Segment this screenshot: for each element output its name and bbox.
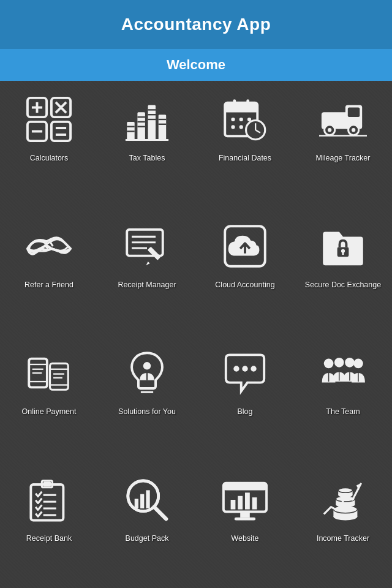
- grid-item-tax-tables[interactable]: Tax Tables: [98, 81, 196, 208]
- solutions-for-you-icon: [119, 345, 175, 401]
- cloud-accounting-icon: [217, 219, 273, 274]
- app-title: Accountancy App: [121, 15, 271, 34]
- grid-item-blog[interactable]: Blog: [196, 334, 294, 461]
- grid-item-budget-pack[interactable]: Budget Pack: [98, 461, 196, 588]
- mileage-tracker-label: Mileage Tracker: [316, 153, 371, 163]
- financial-dates-icon: [217, 92, 273, 147]
- mileage-tracker-icon: [315, 92, 371, 147]
- tax-tables-icon: [119, 92, 175, 147]
- svg-rect-95: [140, 494, 144, 508]
- svg-rect-66: [50, 363, 69, 390]
- svg-rect-94: [135, 499, 138, 508]
- budget-pack-icon: [119, 472, 175, 527]
- svg-line-49: [50, 241, 53, 246]
- blog-label: Blog: [237, 407, 252, 417]
- svg-point-30: [239, 118, 243, 121]
- svg-rect-14: [159, 115, 166, 140]
- svg-rect-54: [148, 247, 161, 260]
- welcome-label: Welcome: [167, 57, 225, 73]
- svg-point-29: [231, 118, 235, 121]
- svg-rect-88: [43, 481, 51, 486]
- svg-rect-3: [51, 122, 70, 141]
- grid-item-website[interactable]: Website: [196, 461, 294, 588]
- svg-rect-39: [246, 99, 249, 107]
- svg-rect-28: [225, 109, 257, 112]
- grid-item-secure-doc-exchange[interactable]: Secure Doc Exchange: [294, 208, 392, 334]
- svg-point-44: [328, 128, 331, 132]
- svg-marker-55: [146, 262, 149, 265]
- svg-point-46: [352, 128, 355, 132]
- svg-point-75: [233, 366, 239, 371]
- refer-friend-icon: [21, 219, 77, 274]
- tax-tables-label: Tax Tables: [129, 153, 165, 163]
- grid-item-refer-friend[interactable]: Refer a Friend: [0, 208, 98, 334]
- svg-point-32: [231, 125, 235, 129]
- receipt-bank-label: Receipt Bank: [26, 533, 72, 543]
- grid-item-cloud-accounting[interactable]: Cloud Accounting: [196, 208, 294, 334]
- website-icon: [217, 472, 273, 527]
- receipt-manager-icon: [119, 219, 175, 274]
- income-tracker-icon: [315, 472, 371, 527]
- grid-item-calculators[interactable]: Calculators: [0, 81, 98, 208]
- secure-doc-exchange-icon: [315, 219, 371, 274]
- website-label: Website: [232, 533, 259, 543]
- receipt-bank-icon: [21, 472, 77, 527]
- solutions-for-you-label: Solutions for You: [118, 407, 176, 417]
- svg-rect-106: [252, 497, 257, 510]
- main-grid: Calculators: [0, 81, 392, 588]
- grid-item-financial-dates[interactable]: Financial Dates: [196, 81, 294, 208]
- svg-rect-60: [342, 252, 344, 255]
- svg-rect-42: [348, 108, 360, 118]
- svg-point-76: [242, 366, 247, 371]
- svg-point-77: [251, 366, 256, 371]
- online-payment-label: Online Payment: [22, 407, 77, 417]
- svg-point-79: [334, 358, 344, 368]
- budget-pack-label: Budget Pack: [126, 533, 169, 543]
- the-team-label: The Team: [326, 407, 360, 417]
- income-tracker-label: Income Tracker: [317, 533, 369, 543]
- svg-rect-103: [231, 500, 236, 510]
- the-team-icon: [315, 345, 371, 401]
- grid-item-mileage-tracker[interactable]: Mileage Tracker: [294, 81, 392, 208]
- svg-rect-100: [224, 483, 266, 491]
- grid-item-solutions-for-you[interactable]: Solutions for You: [98, 334, 196, 461]
- grid-item-online-payment[interactable]: Online Payment: [0, 334, 98, 461]
- grid-item-receipt-bank[interactable]: Receipt Bank: [0, 461, 98, 588]
- svg-point-73: [143, 362, 151, 369]
- grid-item-receipt-manager[interactable]: Receipt Manager: [98, 208, 196, 334]
- welcome-bar: Welcome: [0, 49, 392, 81]
- svg-point-33: [239, 125, 243, 129]
- svg-point-78: [324, 359, 334, 369]
- svg-point-80: [345, 358, 355, 368]
- secure-doc-exchange-label: Secure Doc Exchange: [305, 280, 381, 290]
- svg-rect-102: [235, 518, 255, 521]
- refer-friend-label: Refer a Friend: [24, 280, 74, 290]
- calculator-icon: [21, 92, 77, 147]
- svg-point-115: [338, 488, 352, 493]
- blog-icon: [217, 345, 273, 401]
- svg-rect-104: [238, 496, 243, 510]
- receipt-manager-label: Receipt Manager: [118, 280, 176, 290]
- cloud-accounting-label: Cloud Accounting: [215, 280, 274, 290]
- svg-rect-96: [146, 490, 149, 508]
- svg-line-97: [154, 507, 167, 519]
- svg-rect-101: [240, 512, 250, 518]
- svg-point-81: [353, 359, 363, 369]
- financial-dates-label: Financial Dates: [219, 153, 271, 163]
- grid-item-the-team[interactable]: The Team: [294, 334, 392, 461]
- grid-item-income-tracker[interactable]: Income Tracker: [294, 461, 392, 588]
- svg-rect-105: [245, 492, 250, 509]
- svg-rect-38: [233, 99, 236, 107]
- online-payment-icon: [21, 345, 77, 401]
- calculators-label: Calculators: [30, 153, 69, 163]
- app-header: Accountancy App: [0, 0, 392, 49]
